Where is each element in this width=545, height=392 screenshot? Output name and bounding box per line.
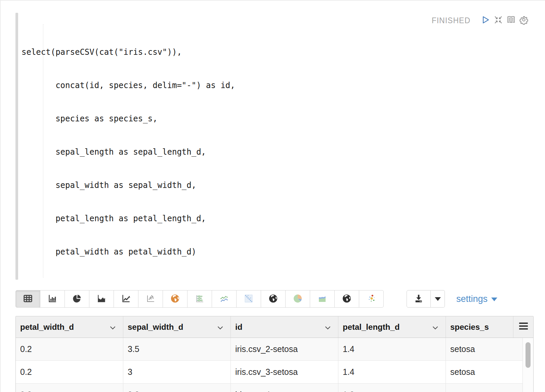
show-editor-button[interactable] (505, 14, 517, 27)
chart-button-table[interactable] (15, 290, 40, 308)
settings-label: settings (456, 294, 488, 304)
chart-button-stream[interactable] (310, 290, 335, 308)
table-icon (23, 293, 33, 305)
chevron-down-icon[interactable] (110, 322, 116, 332)
cell: iris.csv_4-setosa (231, 384, 338, 392)
chevron-down-icon[interactable] (217, 322, 223, 332)
chevron-down-icon[interactable] (325, 322, 331, 332)
globe-dark-icon (341, 293, 352, 305)
code-line: sepal_width as sepal_width_d, (22, 180, 235, 191)
code-text: select(parseCSV(cat("iris.csv")), concat… (22, 13, 235, 280)
cell: 3.5 (123, 338, 231, 360)
scatter-colored-icon (366, 293, 377, 305)
chart-button-bubble-matrix[interactable] (187, 290, 212, 308)
column-header-species[interactable]: species_s (446, 316, 513, 338)
chart-button-area[interactable] (89, 290, 114, 308)
chart-button-pie[interactable] (65, 290, 89, 308)
download-options-button[interactable] (431, 290, 445, 308)
chevron-down-icon[interactable] (432, 322, 438, 332)
chart-button-globe[interactable] (261, 290, 286, 308)
chart-button-scatter[interactable] (138, 290, 163, 308)
hamburger-menu-icon (519, 322, 528, 332)
chart-button-correlation-matrix[interactable] (236, 290, 261, 308)
editor-gutter (15, 13, 18, 280)
pie-chart-icon (72, 293, 82, 305)
download-icon (414, 293, 424, 305)
cell: setosa (446, 338, 523, 360)
caret-down-icon (491, 298, 497, 301)
cell: 1.3 (338, 384, 446, 392)
download-button[interactable] (407, 290, 431, 308)
multi-line-chart-icon (219, 293, 229, 305)
gear-icon (519, 15, 529, 26)
column-header-petal-length[interactable]: petal_length_d (338, 316, 446, 338)
chart-button-bar[interactable] (40, 290, 65, 308)
table-body: 0.2 3.5 iris.csv_2-setosa 1.4 setosa 0.2… (16, 338, 533, 392)
table-row: 0.2 3.5 iris.csv_2-setosa 1.4 setosa (16, 338, 523, 361)
vertical-scrollbar[interactable] (523, 338, 533, 392)
notebook-icon (506, 15, 516, 26)
scatter-plot-icon (145, 293, 156, 305)
column-label: species_s (450, 322, 489, 332)
cell: 0.2 (16, 361, 123, 383)
paragraph-controls: FINISHED (432, 14, 530, 27)
cell: 0.2 (16, 384, 123, 392)
code-editor[interactable]: select(parseCSV(cat("iris.csv")), concat… (15, 13, 530, 280)
code-line: sepal_length as sepal_length_d, (22, 147, 235, 158)
column-label: petal_width_d (20, 322, 74, 332)
code-line: petal_length as petal_length_d, (22, 213, 235, 224)
paragraph-settings-button[interactable] (517, 14, 530, 27)
cell: 0.2 (16, 338, 123, 360)
table-header-row: petal_width_d sepal_width_d id petal_len… (16, 316, 533, 338)
paragraph-editor-section: select(parseCSV(cat("iris.csv")), concat… (1, 1, 545, 280)
chart-button-multi-line[interactable] (212, 290, 237, 308)
table-menu-button[interactable] (513, 316, 533, 338)
column-header-id[interactable]: id (231, 316, 338, 338)
table-row: 0.2 3 iris.csv_3-setosa 1.4 setosa (16, 361, 523, 384)
cell: 3.2 (123, 384, 231, 392)
table-row: 0.2 3.2 iris.csv_4-setosa 1.3 setosa (16, 384, 523, 392)
collapse-paragraph-button[interactable] (492, 14, 505, 27)
cell: setosa (446, 384, 523, 392)
chart-button-scatter-colored[interactable] (359, 290, 384, 308)
vertical-scrollbar-thumb[interactable] (526, 342, 531, 368)
column-label: petal_length_d (343, 322, 400, 332)
column-header-petal-width[interactable]: petal_width_d (16, 316, 123, 338)
stream-chart-icon (317, 293, 328, 305)
collapse-icon (493, 15, 503, 26)
chart-type-group (15, 290, 384, 308)
results-table: petal_width_d sepal_width_d id petal_len… (15, 316, 534, 392)
cell: 1.4 (338, 361, 446, 383)
correlation-matrix-icon (243, 293, 254, 305)
cell: iris.csv_2-setosa (231, 338, 338, 360)
cell: iris.csv_3-setosa (231, 361, 338, 383)
zeppelin-paragraph: select(parseCSV(cat("iris.csv")), concat… (0, 0, 545, 392)
column-label: sepal_width_d (128, 322, 183, 332)
cell: 3 (123, 361, 231, 383)
chart-button-globe-alt[interactable] (334, 290, 359, 308)
code-line: petal_width as petal_width_d) (22, 246, 235, 258)
line-chart-icon (121, 293, 131, 305)
bar-chart-icon (47, 293, 58, 305)
settings-toggle[interactable]: settings (456, 294, 497, 304)
column-label: id (235, 322, 242, 332)
code-line: concat(id, species, delim="-") as id, (22, 80, 235, 91)
visualization-toolbar: settings (15, 290, 545, 308)
download-split-button (407, 290, 445, 308)
chart-button-line[interactable] (114, 290, 138, 308)
pie-chart-colored-icon (292, 293, 303, 305)
cell: 1.4 (338, 338, 446, 360)
column-header-sepal-width[interactable]: sepal_width_d (123, 316, 231, 338)
globe-orange-icon (170, 293, 180, 305)
caret-down-icon (435, 297, 441, 301)
chart-button-map[interactable] (163, 290, 187, 308)
area-chart-icon (96, 293, 107, 305)
status-badge: FINISHED (432, 16, 470, 25)
play-icon (480, 14, 491, 27)
chart-button-pie-colored[interactable] (285, 290, 310, 308)
code-line: select(parseCSV(cat("iris.csv")), (22, 47, 235, 58)
indent-guide (43, 24, 43, 278)
run-paragraph-button[interactable] (479, 14, 492, 27)
cell: setosa (446, 361, 523, 383)
globe-dark-icon (268, 293, 279, 305)
